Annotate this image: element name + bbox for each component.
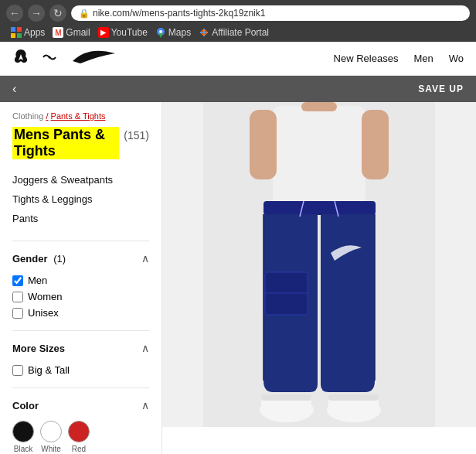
filter-divider-3 (12, 387, 149, 388)
jordan-logo (12, 48, 29, 69)
bookmark-apps[interactable]: Apps (11, 27, 45, 38)
main-nav: New Releases Men Wo (0, 42, 476, 75)
filter-divider-1 (12, 241, 149, 241)
filter-option-men[interactable]: Men (12, 272, 149, 288)
breadcrumb: Clothing / Pants & Tights (12, 111, 149, 121)
url-text: nike.com/w/mens-pants-tights-2kq19znik1 (93, 8, 265, 19)
bookmark-maps[interactable]: Maps (155, 27, 191, 38)
breadcrumb-clothing[interactable]: Clothing (12, 111, 43, 121)
svg-point-10 (49, 56, 51, 58)
svg-rect-2 (11, 33, 15, 38)
svg-rect-1 (17, 27, 22, 32)
svg-rect-14 (362, 110, 389, 179)
svg-rect-15 (264, 201, 376, 215)
swatch-white[interactable]: White (40, 421, 62, 453)
filter-checkbox-men[interactable] (12, 275, 23, 286)
converse-logo (42, 52, 57, 66)
filter-sizes-toggle: ∧ (141, 342, 149, 354)
nav-wo[interactable]: Wo (449, 53, 464, 64)
category-joggers[interactable]: Joggers & Sweatpants (12, 170, 149, 189)
category-tights[interactable]: Tights & Leggings (12, 189, 149, 209)
swatch-white-label: White (41, 445, 61, 453)
site-header: New Releases Men Wo (0, 42, 476, 76)
filter-label-women: Women (28, 291, 63, 302)
forward-button[interactable]: → (28, 5, 45, 22)
svg-rect-24 (261, 394, 311, 401)
swatch-white-circle (40, 421, 62, 442)
swatch-black-label: Black (14, 445, 32, 453)
nav-men[interactable]: Men (413, 53, 433, 64)
swatch-red-label: Red (72, 445, 86, 453)
svg-rect-27 (328, 394, 379, 401)
refresh-button[interactable]: ↻ (49, 5, 66, 22)
promo-text: SAVE UP (418, 84, 464, 94)
result-count: (151) (124, 129, 149, 142)
filter-color: Color ∧ Black White Red (12, 394, 149, 453)
filter-sizes-title: More Sizes (12, 343, 65, 354)
filter-sizes-header[interactable]: More Sizes ∧ (12, 337, 149, 359)
bookmarks-bar: Apps M Gmail ▶ YouTube Maps Affiliate Po… (6, 25, 470, 42)
swatch-black[interactable]: Black (12, 421, 34, 453)
svg-rect-3 (17, 33, 22, 38)
category-list: Joggers & Sweatpants Tights & Leggings P… (12, 170, 149, 228)
bookmark-affiliate[interactable]: Affiliate Portal (199, 27, 269, 38)
maps-icon (155, 27, 166, 38)
filter-checkbox-unisex[interactable] (12, 308, 23, 319)
breadcrumb-pants[interactable]: Pants & Tights (51, 111, 106, 121)
nav-new-releases[interactable]: New Releases (334, 53, 399, 64)
lock-icon: 🔒 (79, 9, 90, 19)
filter-gender-toggle: ∧ (141, 252, 149, 265)
page-title: Mens Pants & Tights (12, 127, 119, 159)
svg-rect-0 (11, 27, 15, 32)
svg-point-6 (159, 30, 162, 33)
filter-label-men: Men (28, 275, 47, 286)
affiliate-icon (199, 27, 209, 38)
filter-color-toggle: ∧ (141, 399, 149, 411)
svg-rect-28 (301, 102, 337, 111)
affiliate-label: Affiliate Portal (212, 27, 269, 38)
content-area: Clothing / Pants & Tights Mens Pants & T… (0, 102, 476, 454)
filter-gender-options: Men Women Unisex (12, 272, 149, 321)
filter-label-big-tall: Big & Tall (28, 364, 70, 376)
bookmark-youtube[interactable]: ▶ YouTube (98, 27, 148, 38)
nav-links: New Releases Men Wo (334, 53, 464, 64)
color-swatches: Black White Red (12, 421, 149, 453)
category-pants[interactable]: Pants (12, 209, 149, 228)
nike-logo (73, 49, 115, 67)
filter-sizes: More Sizes ∧ Big & Tall (12, 337, 149, 378)
filter-checkbox-big-tall[interactable] (12, 365, 23, 376)
filter-gender-title: Gender (1) (12, 253, 66, 265)
address-bar[interactable]: 🔒 nike.com/w/mens-pants-tights-2kq19znik… (71, 5, 470, 21)
breadcrumb-sep: / (46, 111, 48, 121)
svg-rect-13 (250, 110, 277, 179)
maps-label: Maps (168, 27, 191, 38)
youtube-label: YouTube (111, 27, 148, 38)
filter-divider-2 (12, 330, 149, 331)
bookmark-gmail[interactable]: M Gmail (53, 27, 90, 38)
filter-color-title: Color (12, 400, 39, 411)
product-image (162, 102, 476, 427)
apps-label: Apps (24, 27, 45, 38)
filter-option-women[interactable]: Women (12, 288, 149, 305)
filter-checkbox-women[interactable] (12, 292, 23, 302)
youtube-icon: ▶ (98, 27, 109, 38)
gmail-icon: M (53, 27, 63, 38)
promo-prev-button[interactable]: ‹ (12, 82, 16, 96)
swatch-red-circle (68, 421, 90, 442)
browser-nav: ← → ↻ 🔒 nike.com/w/mens-pants-tights-2kq… (6, 5, 470, 22)
browser-chrome: ← → ↻ 🔒 nike.com/w/mens-pants-tights-2kq… (0, 0, 476, 42)
page-title-row: Mens Pants & Tights (151) (12, 127, 149, 159)
apps-icon (11, 27, 22, 38)
filter-label-unisex: Unisex (28, 307, 59, 319)
swatch-red[interactable]: Red (68, 421, 90, 453)
product-area (162, 102, 476, 454)
filter-option-unisex[interactable]: Unisex (12, 305, 149, 321)
gmail-label: Gmail (66, 27, 90, 38)
back-button[interactable]: ← (6, 5, 23, 22)
sidebar: Clothing / Pants & Tights Mens Pants & T… (0, 102, 162, 454)
filter-option-big-tall[interactable]: Big & Tall (12, 362, 149, 378)
filter-color-header[interactable]: Color ∧ (12, 394, 149, 416)
filter-gender-header[interactable]: Gender (1) ∧ (12, 247, 149, 269)
filter-sizes-options: Big & Tall (12, 362, 149, 378)
swatch-black-circle (12, 421, 34, 442)
